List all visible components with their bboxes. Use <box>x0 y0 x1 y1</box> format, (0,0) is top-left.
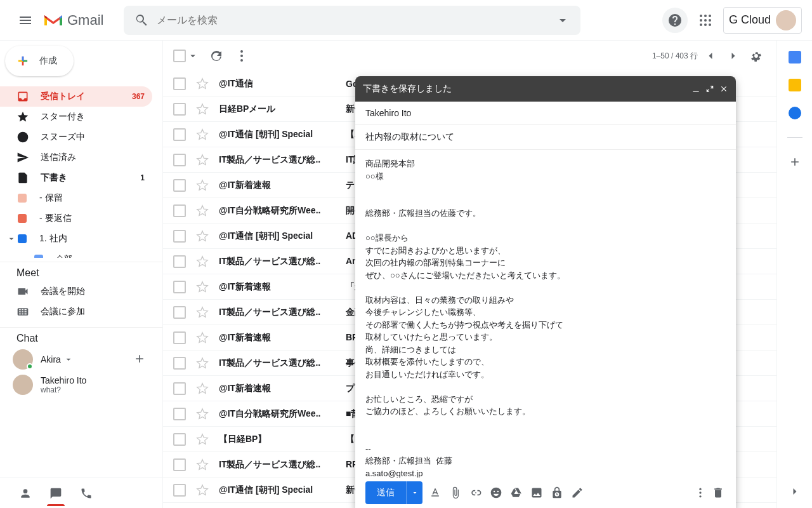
compose-subject-field[interactable]: 社内報の取材について <box>355 125 736 150</box>
sidebar-item-sent[interactable]: 送信済み <box>0 147 152 168</box>
next-page-button[interactable] <box>723 46 743 66</box>
email-checkbox[interactable] <box>173 154 186 166</box>
email-checkbox[interactable] <box>173 281 186 293</box>
star-icon[interactable] <box>196 154 209 166</box>
settings-button[interactable] <box>746 46 766 66</box>
email-checkbox[interactable] <box>173 433 186 446</box>
star-icon[interactable] <box>196 77 209 90</box>
image-button[interactable] <box>529 485 544 500</box>
select-dropdown-icon[interactable] <box>187 50 199 62</box>
star-icon[interactable] <box>196 128 209 141</box>
tab-phone[interactable] <box>74 481 99 506</box>
pen-icon <box>571 486 584 499</box>
star-icon[interactable] <box>196 281 209 293</box>
sidebar-item-snoozed[interactable]: スヌーズ中 <box>0 127 152 147</box>
email-checkbox[interactable] <box>173 103 186 116</box>
chat-add-button[interactable] <box>133 352 146 367</box>
prev-page-button[interactable] <box>700 46 721 66</box>
meet-join-button[interactable]: 会議に参加 <box>0 302 162 322</box>
star-icon[interactable] <box>196 484 209 497</box>
email-checkbox[interactable] <box>173 484 186 497</box>
compose-body[interactable]: 商品開発本部 ○○様 総務部・広報担当の佐藤です。 ○○課長から すでにお聞きお… <box>355 150 736 478</box>
sidebar-item-label-reply[interactable]: - 要返信 <box>0 208 152 229</box>
fullscreen-icon[interactable] <box>705 84 714 93</box>
email-checkbox[interactable] <box>173 357 186 370</box>
star-icon[interactable] <box>196 306 209 319</box>
tasks-addon[interactable] <box>789 107 801 119</box>
attach-button[interactable] <box>448 485 463 500</box>
star-icon[interactable] <box>196 230 209 243</box>
meet-start-button[interactable]: 会議を開始 <box>0 281 162 302</box>
main-menu-button[interactable] <box>10 5 41 36</box>
sidebar-item-label-internal[interactable]: 1. 社内 <box>0 229 152 249</box>
format-button[interactable] <box>428 485 443 500</box>
label-icon <box>18 194 27 203</box>
gmail-logo[interactable]: Gmail <box>43 12 103 29</box>
link-button[interactable] <box>468 485 483 500</box>
compose-header[interactable]: 下書きを保存しました <box>355 76 736 102</box>
svg-point-13 <box>699 491 701 493</box>
calendar-addon[interactable] <box>789 51 801 64</box>
sidebar-item-inbox[interactable]: 受信トレイ 367 <box>0 86 152 107</box>
email-checkbox[interactable] <box>173 331 186 344</box>
star-icon[interactable] <box>196 408 209 420</box>
compose-status: 下書きを保存しました <box>363 83 452 95</box>
chat-avatar <box>13 349 33 370</box>
minimize-icon[interactable] <box>691 84 700 93</box>
email-checkbox[interactable] <box>173 179 186 192</box>
send-icon <box>16 151 29 164</box>
email-checkbox[interactable] <box>173 230 186 243</box>
apps-button[interactable] <box>693 8 718 33</box>
nav-label: スヌーズ中 <box>41 131 85 143</box>
email-checkbox[interactable] <box>173 255 186 268</box>
send-button[interactable]: 送信 <box>365 481 406 504</box>
star-icon[interactable] <box>196 458 209 471</box>
account-chip[interactable]: G Cloud <box>723 7 802 34</box>
plus-icon <box>13 51 33 71</box>
close-icon[interactable] <box>719 84 728 93</box>
help-button[interactable] <box>662 8 688 33</box>
sidebar-item-label-hold[interactable]: - 保留 <box>0 188 152 208</box>
star-icon[interactable] <box>196 433 209 446</box>
sidebar-item-starred[interactable]: スター付き <box>0 107 152 127</box>
side-panel <box>776 41 812 508</box>
tab-person[interactable] <box>13 481 38 506</box>
tab-chat[interactable] <box>43 481 69 506</box>
email-checkbox[interactable] <box>173 204 186 217</box>
compose-to-field[interactable]: Takehiro Ito <box>355 102 736 125</box>
email-checkbox[interactable] <box>173 128 186 141</box>
search-input[interactable] <box>157 15 555 26</box>
star-icon[interactable] <box>196 382 209 395</box>
chat-contact-akira[interactable]: Akira <box>0 347 162 372</box>
discard-button[interactable] <box>710 485 726 500</box>
star-icon[interactable] <box>196 179 209 192</box>
compose-button[interactable]: 作成 <box>5 46 74 76</box>
star-icon[interactable] <box>196 331 209 344</box>
keep-addon[interactable] <box>789 79 801 91</box>
search-bar[interactable] <box>124 6 580 35</box>
drive-button[interactable] <box>509 485 524 500</box>
email-checkbox[interactable] <box>173 408 186 420</box>
collapse-panel-button[interactable] <box>789 485 801 498</box>
search-options-icon[interactable] <box>555 13 570 28</box>
sidebar-item-drafts[interactable]: 下書き 1 <box>0 168 152 188</box>
star-icon[interactable] <box>196 204 209 217</box>
email-checkbox[interactable] <box>173 458 186 471</box>
confidential-button[interactable] <box>549 485 565 500</box>
send-options-button[interactable] <box>406 481 422 504</box>
select-all-checkbox[interactable] <box>173 50 186 62</box>
emoji-button[interactable] <box>488 485 504 500</box>
more-icon[interactable] <box>234 48 249 64</box>
sidebar-item-sub[interactable]: 全部 <box>29 249 152 258</box>
signature-button[interactable] <box>570 485 585 500</box>
get-addons-button[interactable] <box>789 156 801 168</box>
email-checkbox[interactable] <box>173 306 186 319</box>
star-icon[interactable] <box>196 357 209 370</box>
star-icon[interactable] <box>196 103 209 116</box>
chat-contact-takehiro[interactable]: Takehiro Ito what? <box>0 372 162 398</box>
more-options-button[interactable] <box>693 485 708 500</box>
refresh-icon[interactable] <box>209 48 224 64</box>
email-checkbox[interactable] <box>173 77 186 90</box>
email-checkbox[interactable] <box>173 382 186 395</box>
star-icon[interactable] <box>196 255 209 268</box>
